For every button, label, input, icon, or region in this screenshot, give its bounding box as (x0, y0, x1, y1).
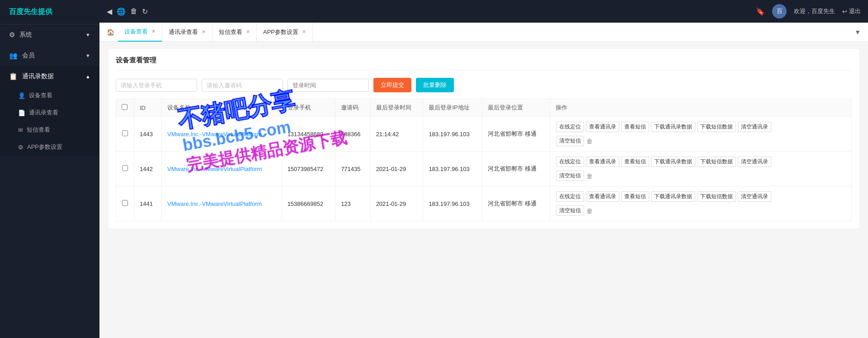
col-last-login: 最后登录时间 (370, 99, 423, 117)
table-row: 1441VMware,Inc.-VMwareVirtualPlatform153… (116, 186, 852, 221)
submenu-label: APP参数设置 (27, 143, 62, 151)
submit-button[interactable]: 立即提交 (373, 78, 411, 92)
tab-close-device[interactable]: ✕ (151, 29, 156, 34)
locate-btn[interactable]: 在线定位 (556, 157, 584, 167)
view-contact-btn[interactable]: 查看通讯录 (586, 191, 619, 202)
tab-close-contact[interactable]: ✕ (202, 29, 206, 35)
view-contact-btn[interactable]: 查看通讯录 (586, 157, 619, 167)
table-row: 1443VMware,Inc.-VMwareVirtualPlatform131… (116, 117, 852, 152)
view-sms-btn[interactable]: 查看短信 (621, 157, 649, 167)
cell-invite: 771435 (335, 152, 371, 186)
row-checkbox[interactable] (122, 130, 128, 136)
cell-ip: 183.197.96.103 (423, 152, 482, 186)
sidebar-submenu-contact-view[interactable]: 📄 通讯录查看 (0, 104, 99, 121)
col-device: 设备名称 (162, 99, 282, 117)
doc-icon: 📄 (18, 109, 25, 116)
back-button[interactable]: ◀ (107, 7, 112, 16)
sidebar-submenu-app-settings[interactable]: ⚙ APP参数设置 (0, 138, 99, 156)
tabs-expand-icon[interactable]: ▼ (854, 29, 861, 36)
tab-contact[interactable]: 通讯录查看 ✕ (162, 23, 212, 42)
row-checkbox[interactable] (122, 165, 128, 171)
cell-invite: 588366 (335, 117, 371, 152)
row-checkbox[interactable] (122, 200, 128, 206)
clear-contact-btn[interactable]: 清空通讯录 (738, 157, 771, 167)
cell-id: 1443 (134, 117, 162, 152)
home-icon[interactable]: 🏠 (107, 29, 114, 36)
download-contact-btn[interactable]: 下载通讯录数据 (651, 157, 695, 167)
avatar: 百 (772, 4, 787, 19)
delete-row-icon[interactable]: 🗑 (586, 207, 593, 214)
cell-ip: 183.197.96.103 (423, 186, 482, 221)
refresh-button[interactable]: 🌐 (117, 7, 126, 16)
col-actions: 操作 (550, 99, 852, 117)
page-content: 设备查看管理 立即提交 批量删除 ID 设备名称 登录手机 邀请码 (99, 42, 868, 338)
tab-sms[interactable]: 短信查看 ✕ (212, 23, 257, 42)
phone-filter-input[interactable] (116, 79, 197, 92)
topbar: ◀ 🌐 🗑 ↻ 🔖 百 欢迎，百度先生 ↩ 退出 (99, 0, 868, 23)
tabs-bar: 🏠 设备查看 ✕ 通讯录查看 ✕ 短信查看 ✕ APP参数设置 ✕ ▼ (99, 23, 868, 42)
col-location: 最后登录位置 (482, 99, 550, 117)
contact-data-icon: 📋 (9, 72, 18, 81)
select-all-checkbox[interactable] (122, 104, 127, 110)
batch-delete-button[interactable]: 批量删除 (416, 78, 454, 92)
cell-invite: 123 (335, 186, 371, 221)
clear-sms-btn[interactable]: 清空短信 (556, 171, 584, 181)
cell-id: 1442 (134, 152, 162, 186)
tab-device[interactable]: 设备查看 ✕ (118, 23, 162, 42)
sms-icon: ✉ (18, 127, 23, 133)
download-sms-btn[interactable]: 下载短信数据 (697, 157, 736, 167)
cell-device: VMware,Inc.-VMwareVirtualPlatform (162, 152, 282, 186)
sidebar-submenu-sms-view[interactable]: ✉ 短信查看 (0, 121, 99, 138)
main-content: ◀ 🌐 🗑 ↻ 🔖 百 欢迎，百度先生 ↩ 退出 🏠 设备查看 ✕ 通讯录查看 … (99, 0, 868, 338)
sidebar-item-label: 会员 (22, 52, 35, 60)
col-phone: 登录手机 (282, 99, 335, 117)
view-sms-btn[interactable]: 查看短信 (621, 191, 649, 202)
chevron-down-icon: ▼ (85, 53, 90, 58)
cell-last-login: 2021-01-29 (370, 152, 423, 186)
view-contact-btn[interactable]: 查看通讯录 (586, 122, 619, 132)
invite-filter-input[interactable] (202, 79, 283, 92)
sidebar-item-member[interactable]: 👥 会员 ▼ (0, 45, 99, 66)
logout-button[interactable]: ↩ 退出 (842, 7, 861, 15)
page-title: 设备查看管理 (116, 56, 852, 71)
download-contact-btn[interactable]: 下载通讯录数据 (651, 122, 695, 132)
cell-last-login: 2021-01-29 (370, 186, 423, 221)
member-icon: 👥 (9, 52, 18, 60)
cell-last-login: 21:14:42 (370, 117, 423, 152)
time-filter-input[interactable] (288, 79, 369, 92)
delete-row-icon[interactable]: 🗑 (586, 172, 593, 180)
col-ip: 最后登录IP地址 (423, 99, 482, 117)
delete-row-icon[interactable]: 🗑 (586, 138, 593, 145)
locate-btn[interactable]: 在线定位 (556, 191, 584, 202)
sidebar-item-system[interactable]: ⚙ 系统 ▼ (0, 24, 99, 45)
download-sms-btn[interactable]: 下载短信数据 (697, 191, 736, 202)
locate-btn[interactable]: 在线定位 (556, 122, 584, 132)
reload-button[interactable]: ↻ (142, 7, 148, 16)
clear-sms-btn[interactable]: 清空短信 (556, 136, 584, 146)
delete-nav-button[interactable]: 🗑 (130, 7, 137, 15)
download-sms-btn[interactable]: 下载短信数据 (697, 122, 736, 132)
clear-contact-btn[interactable]: 清空通讯录 (738, 191, 771, 202)
cell-phone: 15386669852 (282, 186, 335, 221)
cell-device: VMware,Inc.-VMwareVirtualPlatform (162, 117, 282, 152)
view-sms-btn[interactable]: 查看短信 (621, 122, 649, 132)
sidebar-item-label: 系统 (19, 31, 32, 39)
tab-close-sms[interactable]: ✕ (246, 29, 250, 35)
download-contact-btn[interactable]: 下载通讯录数据 (651, 191, 695, 202)
clear-contact-btn[interactable]: 清空通讯录 (738, 122, 771, 132)
tab-close-app-params[interactable]: ✕ (302, 29, 306, 35)
logout-icon: ↩ (842, 8, 847, 15)
data-table: ID 设备名称 登录手机 邀请码 最后登录时间 最后登录IP地址 最后登录位置 … (116, 99, 852, 221)
sidebar-item-contact-data[interactable]: 📋 通讯录数据 ▲ (0, 66, 99, 87)
logout-label: 退出 (849, 7, 861, 15)
user-icon: 👤 (18, 92, 25, 99)
tab-label: 短信查看 (219, 28, 242, 36)
cell-actions: 在线定位查看通讯录查看短信下载通讯录数据下载短信数据清空通讯录清空短信🗑 (550, 152, 852, 186)
sidebar-submenu-device-view[interactable]: 👤 设备查看 (0, 87, 99, 104)
cell-phone: 15073985472 (282, 152, 335, 186)
tab-app-params[interactable]: APP参数设置 ✕ (257, 23, 313, 42)
clear-sms-btn[interactable]: 清空短信 (556, 205, 584, 216)
system-icon: ⚙ (9, 31, 15, 39)
cell-ip: 183.197.96.103 (423, 117, 482, 152)
bookmark-icon[interactable]: 🔖 (756, 7, 765, 16)
